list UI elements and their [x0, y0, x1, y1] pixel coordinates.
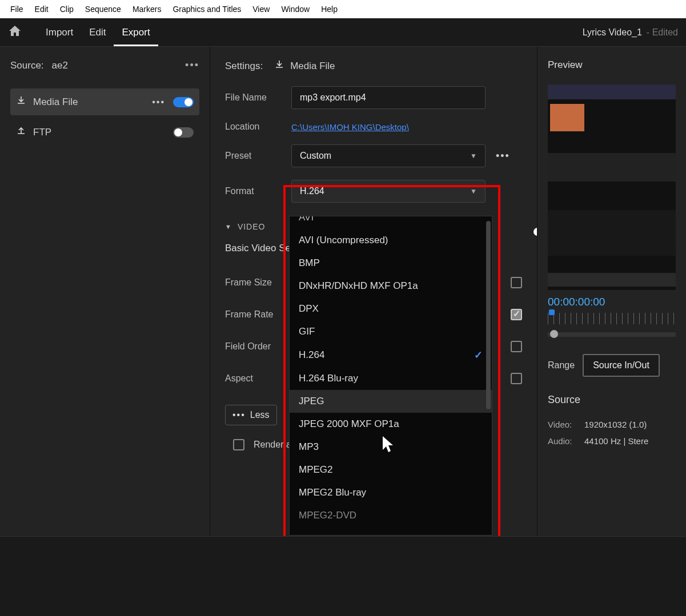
menu-help[interactable]: Help: [315, 2, 343, 16]
settings-label: Settings:: [225, 61, 263, 72]
menu-sequence[interactable]: Sequence: [79, 2, 127, 16]
format-select[interactable]: H.264 ▼: [291, 180, 486, 203]
format-option-label: GIF: [299, 326, 315, 337]
scrollbar[interactable]: [486, 221, 491, 409]
menu-view[interactable]: View: [247, 2, 275, 16]
format-option-avi[interactable]: AVI: [290, 216, 492, 229]
format-value: H.264: [300, 186, 324, 196]
format-option-jpeg-2000-mxf-op1a[interactable]: JPEG 2000 MXF OP1a: [290, 413, 492, 436]
project-name: Lyrics Video_1: [583, 27, 642, 38]
setting-checkbox[interactable]: [511, 341, 522, 352]
timecode: 00:00:00:00: [548, 296, 676, 308]
format-option-avi-uncompressed-[interactable]: AVI (Uncompressed): [290, 229, 492, 252]
setting-label: Field Order: [225, 341, 294, 352]
menu-file[interactable]: File: [5, 2, 29, 16]
sources-panel: Source: ae2 ••• Media File ••• FTP: [0, 47, 210, 536]
source-audio-value: 44100 Hz | Stere: [584, 436, 648, 446]
less-button[interactable]: ••• Less: [225, 405, 277, 425]
filename-label: File Name: [225, 92, 291, 103]
format-option-h-264[interactable]: H.264✓: [290, 343, 492, 367]
format-option-label: H.264: [299, 349, 324, 361]
home-icon[interactable]: [8, 25, 22, 41]
setting-label: Frame Rate: [225, 309, 294, 320]
format-option-label: DPX: [299, 303, 319, 315]
format-option-label: MPEG2: [299, 464, 333, 476]
preset-label: Preset: [225, 151, 291, 161]
format-option-dnxhr-dnxhd-mxf-op1a[interactable]: DNxHR/DNxHD MXF OP1a: [290, 275, 492, 297]
menu-window[interactable]: Window: [275, 2, 315, 16]
destination-label: Media File: [33, 96, 78, 108]
setting-checkbox[interactable]: [511, 277, 522, 288]
format-option-label: MPEG2-DVD: [299, 510, 356, 521]
setting-checkbox[interactable]: [511, 309, 522, 320]
format-option-bmp[interactable]: BMP: [290, 252, 492, 275]
range-label: Range: [548, 360, 575, 371]
chevron-down-icon: ▼: [470, 187, 477, 195]
setting-label: Frame Size: [225, 277, 294, 288]
range-select[interactable]: Source In/Out: [583, 354, 660, 377]
footer: [0, 536, 686, 616]
format-dropdown[interactable]: AVIAVI (Uncompressed)BMPDNxHR/DNxHD MXF …: [289, 216, 492, 536]
preset-value: Custom: [300, 151, 331, 161]
destination-ftp-toggle[interactable]: [173, 127, 194, 138]
chevron-down-icon[interactable]: ▼: [225, 223, 232, 230]
destination-media-toggle[interactable]: [173, 97, 194, 107]
destination-ftp[interactable]: FTP: [10, 119, 199, 146]
preview-label: Preview: [548, 59, 676, 71]
format-option-mpeg2[interactable]: MPEG2: [290, 458, 492, 481]
destination-label: FTP: [33, 127, 51, 138]
timeline-scrubber[interactable]: [548, 332, 676, 337]
format-option-mpeg2-blu-ray[interactable]: MPEG2 Blu-ray: [290, 481, 492, 504]
download-icon: [16, 95, 26, 108]
header: Import Edit Export Lyrics Video_1 - Edit…: [0, 18, 686, 47]
menu-graphics[interactable]: Graphics and Titles: [167, 2, 247, 16]
setting-label: Aspect: [225, 373, 294, 384]
chevron-down-icon: ▼: [470, 152, 477, 160]
source-label: Source:: [10, 60, 44, 71]
timeline-ruler[interactable]: [548, 313, 676, 324]
checkmark-icon: ✓: [474, 349, 483, 361]
preview-thumbnail: [548, 84, 676, 290]
menu-edit[interactable]: Edit: [29, 2, 54, 16]
location-link[interactable]: C:\Users\IMOH KING\Desktop\: [291, 122, 409, 132]
source-audio-label: Audio:: [548, 436, 580, 446]
preview-panel: Preview 00:00:00:00 Range Source In/Out …: [537, 47, 686, 536]
tab-export[interactable]: Export: [114, 22, 158, 43]
format-option-label: DNxHR/DNxHD MXF OP1a: [299, 280, 418, 292]
destination-more-icon[interactable]: •••: [152, 97, 165, 107]
source-more-icon[interactable]: •••: [185, 59, 199, 71]
format-option-dpx[interactable]: DPX: [290, 297, 492, 320]
settings-target: Media File: [290, 61, 335, 72]
format-option-label: H.264 Blu-ray: [299, 373, 358, 384]
location-label: Location: [225, 122, 291, 132]
less-label: Less: [250, 410, 270, 420]
project-status: - Edited: [647, 27, 678, 38]
render-max-checkbox[interactable]: [233, 439, 244, 450]
video-section-label: VIDEO: [238, 222, 266, 231]
format-option-jpeg[interactable]: JPEG: [290, 390, 492, 413]
format-option-h-264-blu-ray[interactable]: H.264 Blu-ray: [290, 367, 492, 390]
source-name: ae2: [52, 60, 68, 71]
menubar: File Edit Clip Sequence Markers Graphics…: [0, 0, 686, 18]
setting-checkbox[interactable]: [511, 373, 522, 384]
format-option-mpeg2-dvd[interactable]: MPEG2-DVD: [290, 504, 492, 527]
tab-edit[interactable]: Edit: [81, 22, 114, 43]
source-video-label: Video:: [548, 420, 580, 429]
format-option-label: BMP: [299, 257, 320, 269]
format-option-label: MPEG2 Blu-ray: [299, 487, 366, 498]
format-option-label: AVI (Uncompressed): [299, 235, 388, 246]
menu-clip[interactable]: Clip: [54, 2, 79, 16]
source-video-value: 1920x1032 (1.0): [584, 420, 647, 429]
format-option-label: MP3: [299, 441, 319, 453]
format-option-gif[interactable]: GIF: [290, 320, 492, 343]
menu-markers[interactable]: Markers: [127, 2, 167, 16]
preset-more-icon[interactable]: •••: [496, 150, 510, 162]
filename-input[interactable]: [291, 86, 486, 109]
preset-select[interactable]: Custom ▼: [291, 144, 486, 167]
format-option-label: AVI: [299, 216, 314, 223]
format-option-label: JPEG: [299, 396, 324, 407]
destination-media-file[interactable]: Media File •••: [10, 88, 199, 115]
download-icon: [274, 59, 284, 73]
format-option-mp3[interactable]: MP3: [290, 436, 492, 458]
tab-import[interactable]: Import: [38, 22, 81, 43]
